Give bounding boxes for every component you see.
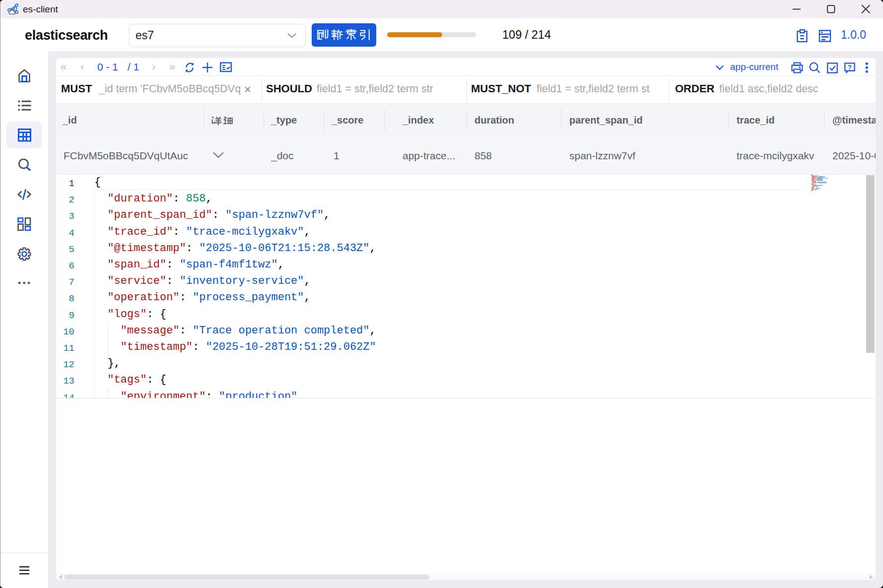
svg-text:?: ? [848,64,852,71]
